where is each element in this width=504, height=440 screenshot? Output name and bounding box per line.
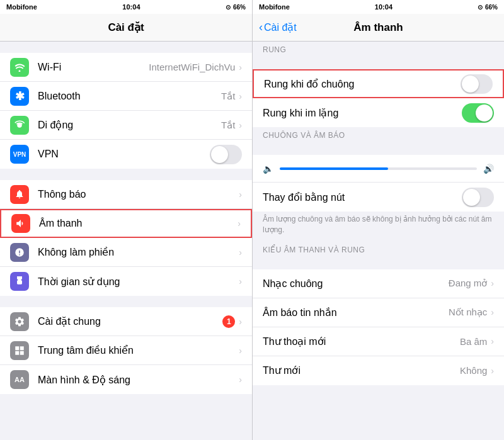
general-icon bbox=[10, 312, 29, 331]
right-status-bar: Mobifone 10:04 ⊙ 66% bbox=[253, 0, 504, 14]
change-button-thumb bbox=[463, 189, 480, 206]
chuong-group: 🔈 🔊 Thay đổi bằng nút bbox=[253, 155, 504, 212]
control-row[interactable]: Trung tâm điều khiển › bbox=[0, 336, 252, 365]
mobile-row[interactable]: Di động Tắt › bbox=[0, 111, 252, 140]
vpn-toggle[interactable] bbox=[210, 145, 242, 164]
volume-high-icon: 🔊 bbox=[483, 164, 494, 174]
control-chevron: › bbox=[239, 346, 242, 356]
volume-slider-row[interactable]: 🔈 🔊 bbox=[253, 155, 504, 183]
notification-chevron: › bbox=[239, 189, 242, 200]
right-nav-title: Âm thanh bbox=[353, 21, 403, 34]
right-nav-bar: ‹ Cài đặt Âm thanh bbox=[253, 14, 504, 42]
sound-label: Âm thanh bbox=[39, 218, 238, 229]
kieu-group: Nhạc chuông Đang mở › Âm báo tin nhắn Nố… bbox=[253, 269, 504, 385]
vpn-label: VPN bbox=[38, 149, 210, 160]
mobile-chevron: › bbox=[239, 120, 242, 130]
network-group: Wi-Fi InternetWiFi_DichVu › ✱ Bluetooth … bbox=[0, 53, 252, 169]
donotdisturb-chevron: › bbox=[239, 247, 242, 257]
silent-vibrate-row[interactable]: Rung khi im lặng bbox=[253, 98, 504, 127]
change-button-label: Thay đổi bằng nút bbox=[263, 191, 462, 203]
bluetooth-row[interactable]: ✱ Bluetooth Tắt › bbox=[0, 82, 252, 111]
newmail-label: Thư mới bbox=[263, 364, 460, 376]
mobile-label: Di động bbox=[38, 119, 221, 131]
general-row[interactable]: Cài đặt chung 1 › bbox=[0, 307, 252, 336]
change-button-toggle[interactable] bbox=[462, 188, 494, 207]
back-button[interactable]: ‹ Cài đặt bbox=[259, 21, 297, 33]
chuong-header: CHUÔNG VÀ ÂM BÁO bbox=[253, 127, 504, 144]
screentime-chevron: › bbox=[239, 276, 242, 286]
left-time: 10:04 bbox=[122, 3, 140, 11]
volume-fill bbox=[280, 167, 388, 170]
rung-group: Rung khi đổ chuông Rung khi im lặng bbox=[253, 69, 504, 127]
right-battery-icon: ⊙ bbox=[478, 4, 483, 11]
volume-low-icon: 🔈 bbox=[263, 164, 273, 174]
screentime-label: Thời gian sử dụng bbox=[38, 276, 239, 288]
back-label: Cài đặt bbox=[264, 21, 297, 33]
vpn-icon: VPN bbox=[10, 145, 29, 164]
silent-vibrate-toggle[interactable] bbox=[462, 103, 494, 123]
vpn-row[interactable]: VPN VPN bbox=[0, 140, 252, 169]
back-chevron-icon: ‹ bbox=[259, 21, 263, 33]
ring-vibrate-thumb bbox=[462, 76, 479, 93]
voicemail-row[interactable]: Thư thoại mới Ba âm › bbox=[253, 327, 504, 356]
wifi-label: Wi-Fi bbox=[38, 62, 149, 73]
ringtone-label: Nhạc chuông bbox=[263, 278, 449, 290]
rung-header: RUNG bbox=[253, 42, 504, 58]
right-battery: 66% bbox=[485, 4, 498, 11]
screentime-row[interactable]: Thời gian sử dụng › bbox=[0, 267, 252, 296]
newmail-value: Không bbox=[460, 365, 487, 376]
notification-icon bbox=[10, 185, 29, 204]
ringtone-chevron: › bbox=[491, 278, 494, 288]
general-label: Cài đặt chung bbox=[38, 315, 222, 327]
left-status-bar: Mobifone 10:04 ⊙ 66% bbox=[0, 0, 252, 14]
chuong-footer: Âm lượng chuông và âm báo sẽ không bị ản… bbox=[253, 212, 504, 242]
left-carrier: Mobifone bbox=[6, 3, 37, 11]
sound-icon bbox=[11, 214, 30, 233]
voicemail-chevron: › bbox=[491, 336, 494, 346]
silent-vibrate-label: Rung khi im lặng bbox=[263, 107, 462, 119]
texttone-value: Nốt nhạc bbox=[449, 307, 487, 318]
kieu-header: KIỂU ÂM THANH VÀ RUNG bbox=[253, 242, 504, 258]
general-badge: 1 bbox=[222, 315, 235, 328]
left-battery-icon: ⊙ bbox=[226, 4, 231, 11]
silent-vibrate-thumb bbox=[476, 104, 493, 121]
display-icon: AA bbox=[10, 370, 29, 389]
sound-chevron: › bbox=[238, 218, 241, 228]
volume-track[interactable] bbox=[280, 167, 477, 170]
right-status-right: ⊙ 66% bbox=[478, 4, 498, 11]
ringtone-row[interactable]: Nhạc chuông Đang mở › bbox=[253, 269, 504, 298]
general-chevron: › bbox=[239, 317, 242, 327]
left-status-right: ⊙ 66% bbox=[226, 4, 246, 11]
notifications-group: Thông báo › Âm thanh › Không làm phiền ›… bbox=[0, 180, 252, 296]
notification-row[interactable]: Thông báo › bbox=[0, 180, 252, 209]
texttone-label: Âm báo tin nhắn bbox=[263, 307, 449, 319]
control-label: Trung tâm điều khiển bbox=[38, 344, 239, 356]
ringtone-value: Đang mở bbox=[449, 278, 488, 289]
display-label: Màn hình & Độ sáng bbox=[38, 374, 239, 386]
ring-vibrate-toggle[interactable] bbox=[461, 74, 493, 94]
bluetooth-chevron: › bbox=[239, 91, 242, 101]
newmail-row[interactable]: Thư mới Không › bbox=[253, 356, 504, 385]
right-time: 10:04 bbox=[375, 3, 392, 11]
display-row[interactable]: AA Màn hình & Độ sáng › bbox=[0, 365, 252, 394]
donotdisturb-row[interactable]: Không làm phiền › bbox=[0, 238, 252, 267]
right-panel: Mobifone 10:04 ⊙ 66% ‹ Cài đặt Âm thanh … bbox=[252, 0, 504, 440]
donotdisturb-icon bbox=[10, 243, 29, 262]
left-battery: 66% bbox=[233, 4, 246, 11]
bluetooth-value: Tắt bbox=[221, 91, 235, 102]
newmail-chevron: › bbox=[491, 366, 494, 376]
donotdisturb-label: Không làm phiền bbox=[38, 246, 239, 258]
change-button-row[interactable]: Thay đổi bằng nút bbox=[253, 183, 504, 212]
vpn-toggle-thumb bbox=[211, 146, 228, 163]
wifi-value: InternetWiFi_DichVu bbox=[149, 62, 235, 72]
mobile-icon bbox=[10, 116, 29, 135]
texttone-row[interactable]: Âm báo tin nhắn Nốt nhạc › bbox=[253, 298, 504, 327]
ring-vibrate-row[interactable]: Rung khi đổ chuông bbox=[253, 69, 504, 98]
left-nav-bar: Cài đặt bbox=[0, 14, 252, 42]
mobile-value: Tắt bbox=[221, 120, 235, 131]
wifi-row[interactable]: Wi-Fi InternetWiFi_DichVu › bbox=[0, 53, 252, 82]
wifi-chevron: › bbox=[239, 62, 242, 72]
display-chevron: › bbox=[239, 375, 242, 385]
sound-row[interactable]: Âm thanh › bbox=[0, 209, 252, 238]
ring-vibrate-label: Rung khi đổ chuông bbox=[264, 78, 461, 90]
